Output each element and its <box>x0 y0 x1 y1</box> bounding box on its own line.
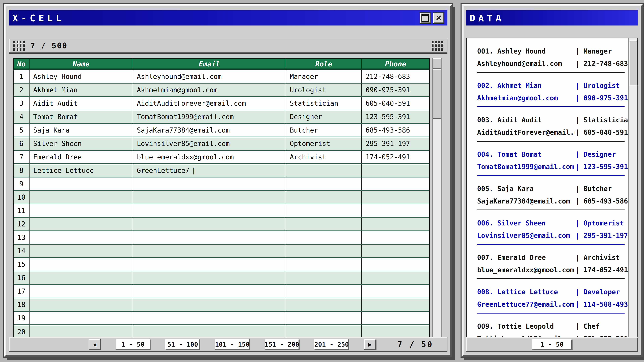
page-range-button-151-200[interactable]: 151 - 200 <box>265 339 299 350</box>
cell-email[interactable]: blue_emeraldxx@gmool.com <box>133 151 286 164</box>
cell-no[interactable]: 10 <box>14 191 30 204</box>
cell-phone[interactable]: 090-975-391 <box>362 84 429 96</box>
column-header-name[interactable]: Name <box>30 59 133 69</box>
cell-role[interactable] <box>286 164 362 177</box>
cell-role[interactable]: Optomerist <box>286 137 362 150</box>
cell-phone[interactable] <box>362 325 429 338</box>
cell-phone[interactable]: 174-052-491 <box>362 151 429 164</box>
cell-role[interactable] <box>286 244 362 257</box>
table-scrollbar-thumb[interactable] <box>433 69 442 119</box>
cell-role[interactable] <box>286 231 362 244</box>
cell-name[interactable] <box>30 272 133 284</box>
page-range-button-51-100[interactable]: 51 - 100 <box>165 339 200 350</box>
cell-role[interactable] <box>286 298 362 311</box>
cell-phone[interactable] <box>362 258 429 271</box>
cell-email[interactable]: GreenLettuce7| <box>133 164 286 177</box>
cell-name[interactable]: Aidit Audit <box>30 97 133 110</box>
cell-role[interactable] <box>286 312 362 324</box>
cell-email[interactable] <box>133 218 286 230</box>
cell-phone[interactable] <box>362 312 429 324</box>
cell-email[interactable] <box>133 178 286 190</box>
table-scrollbar[interactable] <box>432 58 442 338</box>
cell-name[interactable]: Tomat Bomat <box>30 110 133 123</box>
list-item[interactable]: 006. Silver Sheen| OptomeristLovinsilver… <box>477 219 625 254</box>
grip-icon-left[interactable] <box>14 41 25 51</box>
cell-phone[interactable]: 295-391-197 <box>362 137 429 150</box>
cell-name[interactable] <box>30 178 133 190</box>
cell-phone[interactable] <box>362 244 429 257</box>
list-item[interactable]: 004. Tomat Bomat| DesignerTomatBomat1999… <box>477 150 625 185</box>
cell-no[interactable]: 5 <box>14 124 30 136</box>
cell-email[interactable] <box>133 258 286 271</box>
cell-phone[interactable] <box>362 285 429 298</box>
cell-name[interactable] <box>30 231 133 244</box>
cell-phone[interactable]: 685-493-586 <box>362 124 429 136</box>
cell-email[interactable] <box>133 231 286 244</box>
cell-role[interactable]: Archivist <box>286 151 362 164</box>
cell-phone[interactable] <box>362 178 429 190</box>
list-item[interactable]: 009. Tottie Leopold| ChefTottieLeopold15… <box>477 322 625 338</box>
cell-no[interactable]: 1 <box>14 70 30 83</box>
next-page-button[interactable]: ▶ <box>364 339 376 350</box>
cell-email[interactable] <box>133 285 286 298</box>
cell-role[interactable]: Butcher <box>286 124 362 136</box>
cell-name[interactable]: Ashley Hound <box>30 70 133 83</box>
list-item[interactable]: 008. Lettice Lettuce| DeveloperGreenLett… <box>477 288 625 322</box>
cell-no[interactable]: 6 <box>14 137 30 150</box>
cell-name[interactable] <box>30 312 133 324</box>
cell-phone[interactable]: 123-595-391 <box>362 110 429 123</box>
cell-phone[interactable] <box>362 204 429 217</box>
cell-no[interactable]: 9 <box>14 178 30 190</box>
cell-name[interactable] <box>30 285 133 298</box>
list-scrollbar[interactable] <box>628 38 638 338</box>
cell-name[interactable] <box>30 218 133 230</box>
cell-phone[interactable] <box>362 272 429 284</box>
list-item[interactable]: 005. Saja Kara| ButcherSajaKara77384@ema… <box>477 185 625 219</box>
cell-name[interactable] <box>30 244 133 257</box>
cell-role[interactable]: Designer <box>286 110 362 123</box>
cell-email[interactable] <box>133 244 286 257</box>
list-item[interactable]: 003. Aidit Audit| StatisticianAiditAudit… <box>477 116 625 150</box>
column-header-phone[interactable]: Phone <box>362 59 429 69</box>
cell-name[interactable] <box>30 258 133 271</box>
cell-email[interactable] <box>133 298 286 311</box>
cell-role[interactable] <box>286 285 362 298</box>
cell-no[interactable]: 18 <box>14 298 30 311</box>
page-range-button-201-250[interactable]: 201 - 250 <box>314 339 349 350</box>
cell-email[interactable] <box>133 191 286 204</box>
cell-name[interactable]: Silver Sheen <box>30 137 133 150</box>
grip-icon-right[interactable] <box>432 41 443 51</box>
list-item[interactable]: 007. Emerald Dree| Archivistblue_emerald… <box>477 254 625 288</box>
list-item[interactable]: 002. Akhmet Mian| UrologistAkhmetmian@gm… <box>477 82 625 116</box>
cell-name[interactable]: Emerald Dree <box>30 151 133 164</box>
cell-phone[interactable] <box>362 191 429 204</box>
cell-role[interactable] <box>286 272 362 284</box>
cell-role[interactable] <box>286 258 362 271</box>
cell-role[interactable] <box>286 191 362 204</box>
cell-phone[interactable] <box>362 231 429 244</box>
cell-name[interactable] <box>30 191 133 204</box>
cell-name[interactable]: Lettice Lettuce <box>30 164 133 177</box>
cell-role[interactable] <box>286 204 362 217</box>
cell-phone[interactable] <box>362 298 429 311</box>
column-header-role[interactable]: Role <box>286 59 362 69</box>
data-page-range-button[interactable]: 1 - 50 <box>532 339 572 350</box>
maximize-button[interactable] <box>420 12 431 23</box>
cell-name[interactable] <box>30 204 133 217</box>
cell-role[interactable]: Manager <box>286 70 362 83</box>
cell-no[interactable]: 2 <box>14 84 30 96</box>
cell-no[interactable]: 11 <box>14 204 30 217</box>
cell-no[interactable]: 20 <box>14 325 30 338</box>
cell-role[interactable]: Urologist <box>286 84 362 96</box>
cell-email[interactable]: TomatBomat1999@email.com <box>133 110 286 123</box>
cell-email[interactable] <box>133 272 286 284</box>
cell-phone[interactable] <box>362 164 429 177</box>
page-range-button-101-150[interactable]: 101 - 150 <box>215 339 250 350</box>
list-scrollbar-thumb[interactable] <box>629 40 638 86</box>
cell-name[interactable]: Akhmet Mian <box>30 84 133 96</box>
cell-email[interactable] <box>133 204 286 217</box>
cell-email[interactable]: Akhmetmian@gmool.com <box>133 84 286 96</box>
cell-name[interactable] <box>30 298 133 311</box>
cell-email[interactable] <box>133 312 286 324</box>
column-header-email[interactable]: Email <box>133 59 286 69</box>
